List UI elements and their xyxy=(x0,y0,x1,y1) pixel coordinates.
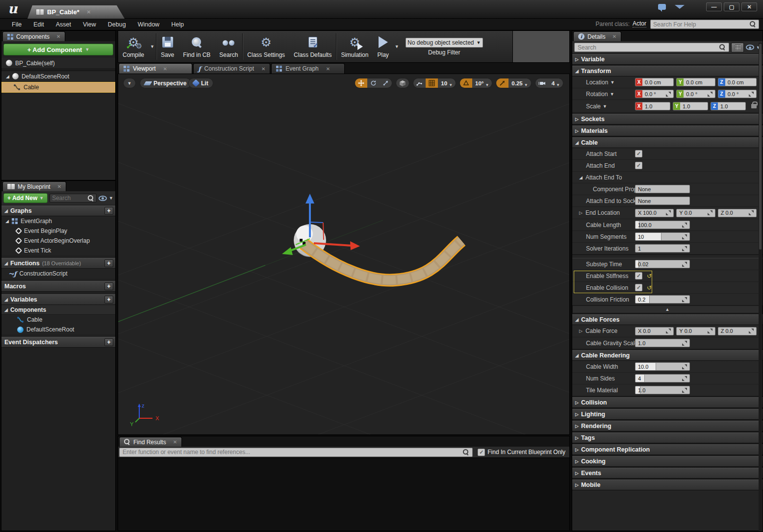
camera-speed-button[interactable] xyxy=(535,78,549,88)
tab-viewport[interactable]: Viewport ✕ xyxy=(119,63,192,74)
cable-force-y-field[interactable]: Y0.0 xyxy=(676,327,715,335)
close-icon[interactable]: ✕ xyxy=(87,9,91,15)
save-button[interactable]: Save xyxy=(156,31,178,62)
surface-snap-button[interactable] xyxy=(413,78,426,88)
attach-start-checkbox[interactable] xyxy=(635,150,642,157)
section-cable-forces[interactable]: ◢Cable Forces xyxy=(572,314,763,325)
enable-stiffness-checkbox[interactable] xyxy=(635,272,642,279)
section-component-replication[interactable]: ▷Component Replication xyxy=(572,444,763,455)
close-button[interactable]: ✕ xyxy=(741,2,757,11)
end-location-z-field[interactable]: Z0.0 xyxy=(718,209,757,217)
move-tool-button[interactable] xyxy=(355,78,367,88)
section-lighting[interactable]: ▷Lighting xyxy=(572,409,763,420)
blueprint-search-box[interactable] xyxy=(50,194,97,203)
find-results-search-input[interactable] xyxy=(123,449,460,456)
grid-snap-toggle[interactable] xyxy=(426,78,438,88)
component-row-self[interactable]: BP_Cable(self) xyxy=(1,58,115,69)
menu-edit[interactable]: Edit xyxy=(27,21,50,28)
add-variable-button[interactable]: + xyxy=(104,296,113,304)
details-scrollbar[interactable] xyxy=(759,43,762,531)
maximize-button[interactable]: ▢ xyxy=(724,2,739,11)
close-icon[interactable]: ✕ xyxy=(163,66,167,72)
spinbox-icon[interactable] xyxy=(682,388,687,393)
scrollbar-thumb[interactable] xyxy=(759,44,762,250)
rotation-x-field[interactable]: X0.0 ° xyxy=(635,90,674,98)
tab-construction-script[interactable]: ƒ Construction Script ✕ xyxy=(193,63,270,74)
event-dispatchers-header[interactable]: Event Dispatchers + xyxy=(1,337,115,348)
section-tags[interactable]: ▷Tags xyxy=(572,432,763,443)
menu-view[interactable]: View xyxy=(77,21,102,28)
viewport-3d[interactable]: z X Y ▼ Perspective Lit xyxy=(118,74,570,435)
tab-find-results[interactable]: Find Results ✕ xyxy=(119,437,182,447)
expand-arrow-icon[interactable]: ◢ xyxy=(6,74,9,79)
cable-force-x-field[interactable]: X0.0 xyxy=(635,327,674,335)
section-variable[interactable]: ▷Variable xyxy=(572,54,763,65)
lit-mode-button[interactable]: Lit xyxy=(188,78,213,88)
coord-system-button[interactable] xyxy=(396,78,409,88)
advanced-collapse-button[interactable]: ▲ xyxy=(572,305,763,313)
expand-arrow-icon[interactable]: ◢ xyxy=(579,175,583,180)
tab-components[interactable]: Components ✕ xyxy=(2,31,65,41)
end-location-y-field[interactable]: Y0.0 xyxy=(676,209,715,217)
minimize-button[interactable]: — xyxy=(706,2,722,11)
add-macro-button[interactable]: + xyxy=(104,282,113,290)
menu-window[interactable]: Window xyxy=(132,21,165,28)
cable-force-z-field[interactable]: Z0.0 xyxy=(718,327,757,335)
close-icon[interactable]: ✕ xyxy=(173,439,177,445)
tab-event-graph[interactable]: Event Graph ✕ xyxy=(271,63,345,74)
viewport-canvas[interactable]: z X Y xyxy=(118,74,570,435)
section-cable[interactable]: ◢Cable xyxy=(572,137,763,148)
scale-snap-value[interactable]: 0.25▼ xyxy=(509,78,531,88)
expand-arrow-icon[interactable]: ▷ xyxy=(579,329,583,333)
scale-y-field[interactable]: Y1.0 xyxy=(673,102,708,110)
chevron-down-icon[interactable]: ▼ xyxy=(109,196,113,201)
add-dispatcher-button[interactable]: + xyxy=(104,338,113,346)
add-component-button[interactable]: + Add Component ▼ xyxy=(3,44,113,55)
eye-icon[interactable] xyxy=(99,196,107,201)
spinbox-icon[interactable] xyxy=(749,92,754,97)
scale-x-field[interactable]: X1.0 xyxy=(635,102,670,110)
function-row-constructionscript[interactable]: ⤳ƒ ConstructionScript xyxy=(1,269,115,279)
add-graph-button[interactable]: + xyxy=(104,207,113,215)
section-collision[interactable]: ▷Collision xyxy=(572,397,763,408)
find-in-current-blueprint-checkbox[interactable] xyxy=(478,449,485,456)
scale-z-field[interactable]: Z1.0 xyxy=(711,102,746,110)
play-options-dropdown[interactable]: ▼ xyxy=(393,31,401,62)
event-row-tick[interactable]: Event Tick xyxy=(1,246,115,255)
viewport-options-dropdown[interactable]: ▼ xyxy=(123,78,136,88)
component-row-cable[interactable]: Cable xyxy=(1,82,115,93)
close-icon[interactable]: ✕ xyxy=(326,66,330,72)
details-search-box[interactable] xyxy=(574,43,729,52)
cable-mesh[interactable] xyxy=(304,241,461,280)
section-events[interactable]: ▷Events xyxy=(572,468,763,479)
substep-time-field[interactable]: 0.02 xyxy=(635,260,690,268)
close-icon[interactable]: ✕ xyxy=(612,34,616,39)
add-function-button[interactable]: + xyxy=(104,259,113,267)
rotation-snap-value[interactable]: 10°▼ xyxy=(472,78,492,88)
spinbox-icon[interactable] xyxy=(682,364,687,369)
section-materials[interactable]: ▷Materials xyxy=(572,126,763,136)
attach-end-checkbox[interactable] xyxy=(635,162,642,169)
compile-options-dropdown[interactable]: ▼ xyxy=(149,31,156,62)
spinbox-icon[interactable] xyxy=(682,341,687,346)
lock-icon[interactable] xyxy=(751,104,757,108)
menu-asset[interactable]: Asset xyxy=(50,21,77,28)
spinbox-icon[interactable] xyxy=(682,223,687,228)
variables-header[interactable]: ◢ Variables + xyxy=(1,294,115,305)
enable-collision-checkbox[interactable] xyxy=(635,284,642,291)
find-results-content[interactable] xyxy=(118,458,569,531)
location-z-field[interactable]: Z0.0 cm xyxy=(718,78,757,86)
reset-to-default-icon[interactable] xyxy=(647,273,652,279)
collision-friction-field[interactable]: 0.2 xyxy=(635,295,690,304)
section-mobile[interactable]: ▷Mobile xyxy=(572,480,763,490)
event-row-beginplay[interactable]: Event BeginPlay xyxy=(1,226,115,236)
section-transform[interactable]: ◢Transform xyxy=(572,66,763,76)
cable-length-field[interactable]: 100.0 xyxy=(635,221,690,229)
scale-tool-button[interactable] xyxy=(380,78,392,88)
variable-row-cable[interactable]: Cable xyxy=(1,315,115,325)
spinbox-icon[interactable] xyxy=(682,376,687,381)
spinbox-icon[interactable] xyxy=(666,329,671,333)
tab-my-blueprint[interactable]: My Blueprint ✕ xyxy=(2,181,66,191)
find-results-search-box[interactable] xyxy=(119,448,473,457)
event-row-actorbeginoverlap[interactable]: Event ActorBeginOverlap xyxy=(1,236,115,246)
